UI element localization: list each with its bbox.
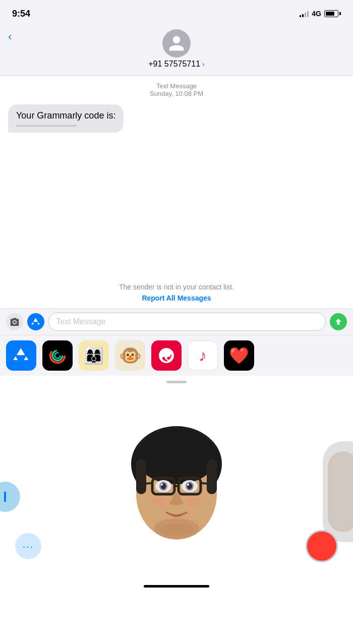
svg-point-2 bbox=[55, 353, 61, 359]
message-type-label: Text Message bbox=[8, 82, 345, 90]
signal-icon bbox=[300, 10, 309, 17]
status-time: 9:54 bbox=[12, 9, 30, 19]
tray-monkey[interactable]: 🐵 bbox=[115, 340, 145, 371]
more-button[interactable]: ··· bbox=[15, 533, 41, 559]
svg-line-13 bbox=[201, 483, 217, 484]
battery-icon bbox=[324, 10, 341, 17]
contact-name[interactable]: +91 57575711 › bbox=[148, 60, 204, 69]
back-button[interactable]: ‹ bbox=[8, 30, 12, 43]
text-input[interactable]: Text Message bbox=[48, 313, 326, 331]
camera-button[interactable] bbox=[6, 313, 23, 330]
tray-music[interactable]: ♪ bbox=[188, 340, 218, 371]
camera-icon bbox=[10, 317, 20, 327]
bottom-controls: ··· bbox=[0, 530, 353, 562]
send-button[interactable] bbox=[330, 313, 347, 330]
tray-appstore-icon bbox=[12, 346, 30, 365]
contact-avatar bbox=[162, 29, 191, 57]
send-icon bbox=[334, 317, 343, 326]
message-text: Your Grammarly code is: bbox=[16, 110, 115, 121]
nav-header: ‹ +91 57575711 › bbox=[0, 25, 353, 76]
tray-music-emoji: ♪ bbox=[199, 346, 207, 365]
memoji-panel: ··· bbox=[0, 376, 353, 593]
message-meta: Text Message Sunday, 10:08 PM bbox=[8, 82, 345, 97]
redacted-line bbox=[16, 125, 77, 127]
app-tray: 👩‍👩‍👦 🐵 ♪ ❤️ bbox=[0, 335, 353, 376]
notice-text: The sender is not in your contact list. bbox=[10, 283, 343, 291]
status-bar: 9:54 4G bbox=[0, 0, 353, 25]
message-time-label: Sunday, 10:08 PM bbox=[8, 90, 345, 97]
svg-point-22 bbox=[154, 498, 166, 506]
tray-appstore[interactable] bbox=[6, 340, 36, 371]
message-bubble: Your Grammarly code is: bbox=[8, 104, 124, 133]
tray-monkey-emoji: 🐵 bbox=[119, 346, 142, 365]
svg-point-21 bbox=[187, 484, 189, 486]
tray-fitness-emoji: ❤️ bbox=[229, 346, 249, 365]
input-bar: Text Message bbox=[0, 308, 353, 335]
side-face-right bbox=[323, 441, 353, 542]
svg-point-23 bbox=[187, 498, 199, 506]
tray-websearch-icon bbox=[157, 346, 175, 365]
tray-websearch[interactable] bbox=[151, 340, 182, 371]
text-input-placeholder: Text Message bbox=[56, 317, 106, 326]
side-blue-line bbox=[4, 492, 6, 502]
sender-notice: The sender is not in your contact list. … bbox=[0, 268, 353, 308]
person-icon bbox=[167, 34, 186, 52]
tray-activity[interactable] bbox=[42, 340, 73, 371]
appstore-small-button[interactable] bbox=[27, 313, 44, 330]
svg-point-17 bbox=[161, 484, 163, 486]
more-icon: ··· bbox=[23, 541, 34, 552]
svg-point-1 bbox=[52, 350, 63, 361]
messages-section: Text Message Sunday, 10:08 PM Your Gramm… bbox=[0, 76, 353, 308]
network-label: 4G bbox=[312, 10, 321, 18]
status-icons: 4G bbox=[300, 10, 341, 18]
tray-memoji-emoji: 👩‍👩‍👦 bbox=[84, 347, 104, 364]
record-button[interactable] bbox=[306, 530, 338, 562]
svg-rect-7 bbox=[136, 459, 146, 494]
tray-memoji[interactable]: 👩‍👩‍👦 bbox=[79, 340, 109, 371]
chevron-icon: › bbox=[202, 60, 205, 68]
drag-handle[interactable] bbox=[166, 381, 187, 383]
svg-line-12 bbox=[136, 483, 152, 484]
message-area: Text Message Sunday, 10:08 PM Your Gramm… bbox=[0, 76, 353, 268]
tray-fitness[interactable]: ❤️ bbox=[224, 340, 254, 371]
svg-rect-8 bbox=[207, 459, 217, 494]
appstore-small-icon bbox=[31, 317, 41, 327]
report-link[interactable]: Report All Messages bbox=[10, 294, 343, 302]
svg-point-6 bbox=[136, 429, 217, 484]
home-indicator bbox=[144, 585, 209, 588]
tray-activity-icon bbox=[48, 346, 67, 365]
